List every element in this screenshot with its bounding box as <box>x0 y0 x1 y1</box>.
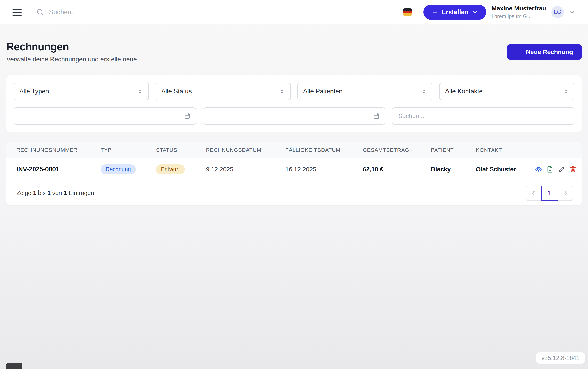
bottom-left-artifact <box>6 363 22 369</box>
hamburger-menu-button[interactable] <box>12 9 22 16</box>
status-filter-value: Alle Status <box>161 88 192 95</box>
column-header-total: GESAMTBETRAG <box>363 147 431 153</box>
filters-panel: Alle Typen Alle Status Alle Patienten Al… <box>6 75 582 132</box>
new-invoice-button[interactable]: Neue Rechnung <box>507 44 582 60</box>
contact-filter-value: Alle Kontakte <box>445 88 483 95</box>
plus-icon <box>432 9 438 15</box>
column-header-due-date: FÄLLIGKEITSDATUM <box>285 147 363 153</box>
date-to-input[interactable] <box>203 107 385 125</box>
table-search-field <box>392 107 574 125</box>
app-root: Erstellen Maxine Musterfrau Lorem Ipsum … <box>0 0 588 369</box>
entries-summary: Zeige 1 bis 1 von 1 Einträgen <box>16 190 94 196</box>
german-flag-icon[interactable] <box>403 9 412 16</box>
table-search-input[interactable] <box>392 107 574 125</box>
date-from-input[interactable] <box>14 107 196 125</box>
patient-filter-value: Alle Patienten <box>303 88 342 95</box>
select-chevrons-icon <box>137 88 143 94</box>
invoices-page: Rechnungen Verwalte deine Rechnungen und… <box>0 41 588 205</box>
pagination: 1 <box>526 185 573 201</box>
global-search-input[interactable] <box>49 8 193 16</box>
select-chevrons-icon <box>421 88 427 94</box>
eye-icon <box>535 166 542 173</box>
column-header-contact: KONTAKT <box>476 147 535 153</box>
delete-button[interactable] <box>569 166 577 173</box>
chevron-right-icon <box>562 190 569 196</box>
date-to-field <box>203 107 385 125</box>
version-badge: v25.12.8-1641 <box>536 352 585 364</box>
page-title: Rechnungen <box>6 41 137 53</box>
page-title-block: Rechnungen Verwalte deine Rechnungen und… <box>6 41 137 63</box>
topbar-right: Erstellen Maxine Musterfrau Lorem Ipsum … <box>403 5 576 20</box>
edit-button[interactable] <box>558 166 565 173</box>
table-header-row: RECHNUNGSNUMMER TYP STATUS RECHNUNGSDATU… <box>6 142 582 158</box>
user-name: Maxine Musterfrau <box>492 5 546 12</box>
page-subtitle: Verwalte deine Rechnungen und erstelle n… <box>6 56 137 63</box>
global-search <box>36 8 403 16</box>
filters-row-selects: Alle Typen Alle Status Alle Patienten Al… <box>14 83 574 100</box>
row-actions <box>535 166 577 173</box>
chevron-down-icon <box>569 9 576 15</box>
invoices-table: RECHNUNGSNUMMER TYP STATUS RECHNUNGSDATU… <box>6 142 582 205</box>
current-page-button[interactable]: 1 <box>541 185 558 201</box>
view-button[interactable] <box>535 166 542 173</box>
pencil-icon <box>558 166 565 173</box>
column-header-type: TYP <box>101 147 156 153</box>
date-from-field <box>14 107 196 125</box>
type-filter-select[interactable]: Alle Typen <box>14 83 149 100</box>
user-info[interactable]: Maxine Musterfrau Lorem Ipsum G… <box>492 5 546 19</box>
contact-filter-select[interactable]: Alle Kontakte <box>439 83 574 100</box>
type-filter-value: Alle Typen <box>19 88 49 95</box>
contact-cell: Olaf Schuster <box>476 166 535 173</box>
select-chevrons-icon <box>563 88 569 94</box>
search-icon <box>36 8 44 16</box>
topbar-divider <box>418 7 418 17</box>
previous-page-button[interactable] <box>526 186 541 200</box>
column-header-invoice-date: RECHNUNGSDATUM <box>206 147 285 153</box>
avatar[interactable]: LG <box>551 6 564 18</box>
table-footer: Zeige 1 bis 1 von 1 Einträgen 1 <box>6 181 582 205</box>
filters-row-inputs <box>14 107 574 125</box>
create-button[interactable]: Erstellen <box>423 5 486 20</box>
file-download-icon <box>547 166 553 173</box>
status-badge: Entwurf <box>156 164 185 174</box>
status-cell: Entwurf <box>156 164 206 174</box>
column-header-patient: PATIENT <box>431 147 476 153</box>
user-organization: Lorem Ipsum G… <box>492 13 546 19</box>
chevron-down-icon <box>472 9 478 15</box>
patient-filter-select[interactable]: Alle Patienten <box>298 83 433 100</box>
next-page-button[interactable] <box>558 186 573 200</box>
new-invoice-button-label: Neue Rechnung <box>526 49 573 56</box>
type-cell: Rechnung <box>101 164 156 174</box>
invoice-date-cell: 9.12.2025 <box>206 166 285 173</box>
user-menu-toggle[interactable] <box>569 9 576 15</box>
column-header-invoice-number: RECHNUNGSNUMMER <box>16 147 101 153</box>
select-chevrons-icon <box>279 88 285 94</box>
patient-cell: Blacky <box>431 166 476 173</box>
plus-icon <box>516 49 522 55</box>
chevron-left-icon <box>530 190 536 196</box>
total-amount-cell: 62,10 € <box>363 166 431 173</box>
column-header-status: STATUS <box>156 147 206 153</box>
top-bar: Erstellen Maxine Musterfrau Lorem Ipsum … <box>0 0 588 24</box>
avatar-initials: LG <box>554 9 561 15</box>
type-badge: Rechnung <box>101 164 136 174</box>
page-header: Rechnungen Verwalte deine Rechnungen und… <box>6 41 582 63</box>
download-pdf-button[interactable] <box>547 166 553 173</box>
create-button-label: Erstellen <box>442 9 468 16</box>
due-date-cell: 16.12.2025 <box>285 166 363 173</box>
invoice-number-cell: INV-2025-0001 <box>16 165 101 173</box>
table-row[interactable]: INV-2025-0001 Rechnung Entwurf 9.12.2025… <box>6 158 582 181</box>
status-filter-select[interactable]: Alle Status <box>155 83 291 100</box>
trash-icon <box>569 166 577 173</box>
